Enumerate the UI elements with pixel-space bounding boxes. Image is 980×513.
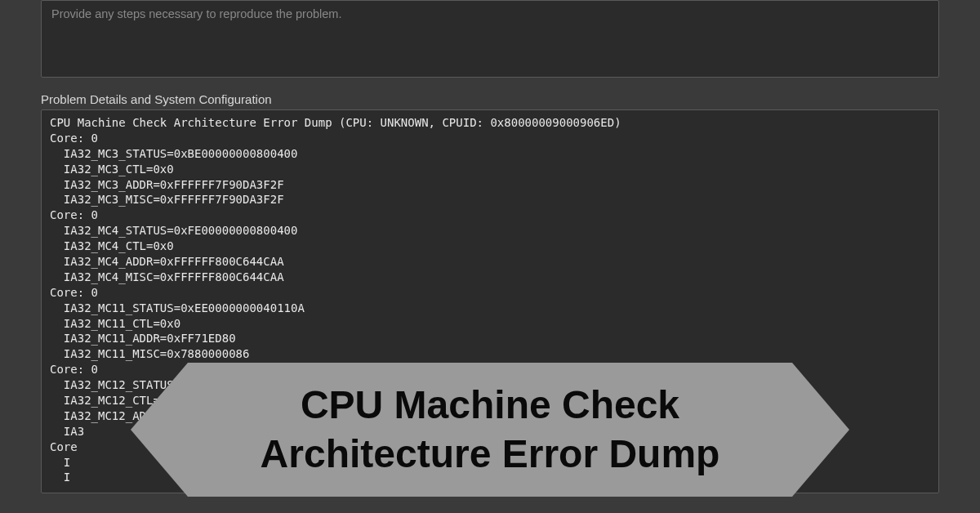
banner-title: CPU Machine Check Architecture Error Dum…	[196, 381, 784, 479]
steps-textarea[interactable]: Provide any steps necessary to reproduce…	[41, 0, 939, 78]
title-banner: CPU Machine Check Architecture Error Dum…	[131, 363, 849, 497]
problem-details-label: Problem Details and System Configuration	[41, 92, 939, 106]
steps-placeholder: Provide any steps necessary to reproduce…	[51, 7, 929, 20]
